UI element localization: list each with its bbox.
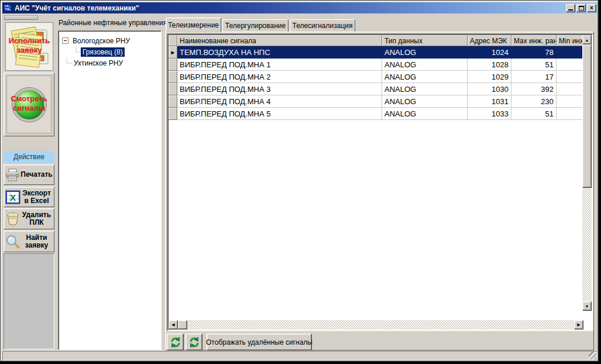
arrow-down-icon: ▼: [585, 304, 589, 308]
cell-max-rank[interactable]: 51: [511, 108, 557, 120]
cell-min-rank[interactable]: [557, 108, 583, 120]
vertical-scroll-thumb[interactable]: [582, 44, 592, 188]
departments-tree[interactable]: Вологодское РНУ Грязовец (8) Ухтинское Р…: [58, 30, 162, 350]
table-row[interactable]: ВИБР.ПЕРЕД ПОД.МНА 2 ANALOG 1029 17: [169, 71, 583, 83]
cell-max-rank[interactable]: 78: [511, 46, 557, 59]
cell-max-rank[interactable]: 17: [511, 71, 557, 83]
tree-node[interactable]: Вологодское РНУ: [61, 35, 160, 46]
tree-node[interactable]: Грязовец (8): [61, 46, 160, 57]
tree-connector: [62, 57, 72, 68]
delete-plc-button[interactable]: Удалить ПЛК: [4, 208, 54, 229]
view-signals-label: Смотреть сигналы: [4, 94, 54, 114]
close-button[interactable]: ×: [587, 4, 596, 12]
arrow-left-icon: ◀: [171, 322, 174, 327]
cell-data-type[interactable]: ANALOG: [382, 46, 468, 59]
scroll-up-button[interactable]: ▲: [582, 35, 592, 44]
refresh-button-2[interactable]: [186, 334, 202, 351]
tab-telemetering[interactable]: Телеизмерение: [166, 18, 221, 32]
table-row[interactable]: ВИБР.ПЕРЕД ПОД.МНА 3 ANALOG 1030 392: [169, 83, 583, 95]
svg-text:X: X: [10, 193, 16, 202]
find-request-button[interactable]: Найти заявку: [4, 231, 54, 252]
magnifier-icon: [5, 234, 20, 249]
tree-connector: [71, 46, 81, 57]
cell-signal-name[interactable]: ВИБР.ПЕРЕД ПОД.МНА 1: [177, 59, 382, 71]
cell-data-type[interactable]: ANALOG: [382, 83, 468, 95]
cell-iec-address[interactable]: 1029: [468, 71, 511, 83]
cell-data-type[interactable]: ANALOG: [382, 108, 468, 120]
tab-control: Телеизмерение Телергулирование Телесигна…: [165, 17, 595, 351]
horizontal-scroll-thumb[interactable]: [178, 320, 187, 329]
horizontal-scroll-track[interactable]: [187, 320, 574, 329]
cell-signal-name[interactable]: ВИБР.ПЕРЕД ПОД.МНА 4: [177, 95, 382, 108]
resize-grip-icon[interactable]: [589, 352, 596, 359]
header-max-rank[interactable]: Max инж. ранг: [511, 35, 557, 46]
titlebar[interactable]: АИС "Учёт сигналов телемеханики" ×: [2, 2, 597, 13]
tree-node-label[interactable]: Вологодское РНУ: [71, 36, 132, 46]
refresh-button-1[interactable]: [167, 334, 184, 351]
cell-data-type[interactable]: ANALOG: [382, 59, 468, 71]
app-window: АИС "Учёт сигналов телемеханики" ×: [0, 0, 599, 362]
tab-telesignaling[interactable]: Телесигнализация: [290, 19, 355, 32]
delete-plc-label: Удалить ПЛК: [20, 211, 53, 226]
table-row[interactable]: ВИБР.ПЕРЕД ПОД.МНА 4 ANALOG 1031 230: [169, 95, 583, 108]
toolbar-grip[interactable]: [4, 15, 38, 20]
cell-signal-name[interactable]: ТЕМП.ВОЗДУХА НА НПС: [177, 46, 382, 59]
row-indicator: [169, 71, 177, 83]
view-signals-button[interactable]: Смотреть сигналы: [4, 73, 54, 136]
cell-signal-name[interactable]: ВИБР.ПЕРЕД ПОД.МНА 3: [177, 83, 382, 95]
scroll-right-button[interactable]: ▶: [574, 320, 583, 329]
collapse-icon[interactable]: [62, 37, 68, 44]
print-button[interactable]: Печатать: [4, 164, 54, 185]
tree-node-label-selected[interactable]: Грязовец (8): [81, 47, 125, 57]
cell-min-rank[interactable]: [557, 46, 583, 59]
cell-iec-address[interactable]: 1024: [468, 46, 511, 59]
horizontal-scrollbar[interactable]: ◀ ▶: [169, 320, 583, 329]
minimize-button[interactable]: [566, 4, 575, 12]
cell-signal-name[interactable]: ВИБР.ПЕРЕД ПОД.МНА 2: [177, 71, 382, 83]
sidebar: Исполнить заявку Смотреть сигналы Действ…: [2, 15, 56, 350]
row-indicator: ►: [169, 46, 177, 59]
excel-icon: X: [5, 190, 20, 204]
scroll-down-button[interactable]: ▼: [582, 301, 592, 311]
cell-iec-address[interactable]: 1033: [468, 108, 511, 120]
show-deleted-signals-button[interactable]: Отображать удалённые сигналы: [207, 334, 312, 351]
current-row-pointer-icon: ►: [170, 50, 176, 56]
tree-node-label[interactable]: Ухтинское РНУ: [72, 59, 125, 68]
execute-request-button[interactable]: Исполнить заявку: [5, 22, 53, 71]
cell-min-rank[interactable]: [557, 59, 583, 71]
row-indicator: [169, 59, 177, 71]
cell-max-rank[interactable]: 51: [511, 59, 557, 71]
header-signal-name[interactable]: Наименование сигнала: [177, 35, 382, 46]
header-min-rank[interactable]: Min инж. р: [557, 35, 583, 46]
cell-data-type[interactable]: ANALOG: [382, 95, 468, 108]
header-data-type[interactable]: Тип данных: [382, 35, 468, 46]
arrow-up-icon: ▲: [585, 38, 589, 42]
refresh-icon: [188, 336, 200, 348]
table-row[interactable]: ► ТЕМП.ВОЗДУХА НА НПС ANALOG 1024 78: [169, 46, 583, 59]
cell-signal-name[interactable]: ВИБР.ПЕРЕД ПОД.МНА 5: [177, 108, 382, 120]
row-indicator: [169, 83, 177, 95]
cell-max-rank[interactable]: 230: [511, 95, 557, 108]
export-excel-button[interactable]: X Экспорт в Excel: [4, 187, 54, 207]
tree-node[interactable]: Ухтинское РНУ: [61, 57, 160, 68]
header-iec-address[interactable]: Адрес МЭК: [468, 35, 511, 46]
arrow-right-icon: ▶: [577, 322, 580, 327]
table-row[interactable]: ВИБР.ПЕРЕД ПОД.МНА 5 ANALOG 1033 51: [169, 108, 583, 120]
cell-min-rank[interactable]: [557, 71, 583, 83]
cell-iec-address[interactable]: 1031: [468, 95, 511, 108]
table-row[interactable]: ВИБР.ПЕРЕД ПОД.МНА 1 ANALOG 1028 51: [169, 59, 583, 71]
cell-max-rank[interactable]: 392: [511, 83, 557, 95]
tab-teleregulation[interactable]: Телергулирование: [222, 19, 289, 32]
cell-iec-address[interactable]: 1028: [468, 59, 511, 71]
cell-min-rank[interactable]: [557, 83, 583, 95]
cell-min-rank[interactable]: [557, 95, 583, 108]
bucket-icon: [5, 211, 20, 226]
vertical-scrollbar[interactable]: ▲ ▼: [582, 35, 592, 320]
refresh-icon: [170, 336, 181, 348]
vertical-scroll-track[interactable]: [582, 188, 592, 301]
cell-iec-address[interactable]: 1030: [468, 83, 511, 95]
cell-data-type[interactable]: ANALOG: [382, 71, 468, 83]
scroll-left-button[interactable]: ◀: [169, 320, 178, 329]
find-request-label: Найти заявку: [20, 234, 53, 249]
maximize-button[interactable]: [576, 4, 586, 12]
